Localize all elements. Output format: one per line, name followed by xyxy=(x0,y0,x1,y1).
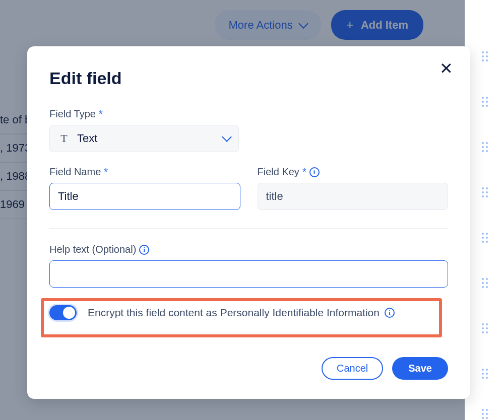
drag-handle-icon[interactable] xyxy=(482,142,488,152)
drag-handle-icon[interactable] xyxy=(482,97,488,107)
encrypt-toggle[interactable] xyxy=(49,305,77,320)
save-button[interactable]: Save xyxy=(392,357,448,380)
field-name-group: Field Name * xyxy=(49,166,240,210)
edit-field-modal: ✕ Edit field Field Type * T Text Field N… xyxy=(27,46,470,399)
field-type-group: Field Type * T Text xyxy=(49,108,448,152)
modal-title: Edit field xyxy=(49,68,448,88)
cancel-button[interactable]: Cancel xyxy=(322,357,383,380)
required-asterisk: * xyxy=(99,108,103,120)
help-text-label-text: Help text (Optional) xyxy=(49,244,136,255)
modal-footer: Cancel Save xyxy=(322,357,448,380)
info-icon[interactable]: i xyxy=(309,167,320,177)
toggle-knob xyxy=(63,307,75,319)
chevron-down-icon xyxy=(222,132,232,142)
divider xyxy=(49,228,448,229)
drag-handle-icon[interactable] xyxy=(482,278,488,288)
field-type-value: Text xyxy=(77,132,216,145)
field-key-group: Field Key * i xyxy=(258,166,449,210)
field-key-label: Field Key * i xyxy=(258,166,449,178)
field-key-label-text: Field Key xyxy=(258,166,299,178)
info-icon[interactable]: i xyxy=(139,245,149,255)
drag-handle-icon[interactable] xyxy=(482,233,488,243)
info-icon[interactable]: i xyxy=(385,308,395,318)
drag-handle-icon[interactable] xyxy=(482,409,488,419)
text-type-icon: T xyxy=(58,132,70,145)
encrypt-label-text: Encrypt this field content as Personally… xyxy=(88,307,380,319)
field-type-label-text: Field Type xyxy=(49,108,96,120)
drag-handle-icon[interactable] xyxy=(482,187,488,197)
field-name-label: Field Name * xyxy=(49,166,240,178)
drag-handle-icon[interactable] xyxy=(482,51,488,61)
close-button[interactable]: ✕ xyxy=(439,60,453,77)
required-asterisk: * xyxy=(302,166,306,178)
field-name-input[interactable] xyxy=(49,183,240,210)
encrypt-label: Encrypt this field content as Personally… xyxy=(88,307,395,319)
drag-handle-icon[interactable] xyxy=(482,369,488,379)
help-text-label: Help text (Optional) i xyxy=(49,244,448,255)
field-type-label: Field Type * xyxy=(49,108,448,120)
encrypt-pii-row: Encrypt this field content as Personally… xyxy=(49,305,395,320)
field-key-input[interactable] xyxy=(258,183,449,210)
help-text-input[interactable] xyxy=(49,260,448,288)
close-icon: ✕ xyxy=(439,59,453,78)
drag-handle-icon[interactable] xyxy=(482,323,488,333)
help-text-group: Help text (Optional) i xyxy=(49,244,448,288)
field-name-label-text: Field Name xyxy=(49,166,101,178)
required-asterisk: * xyxy=(104,166,108,178)
right-drag-column xyxy=(465,0,504,420)
field-type-select[interactable]: T Text xyxy=(49,125,239,152)
